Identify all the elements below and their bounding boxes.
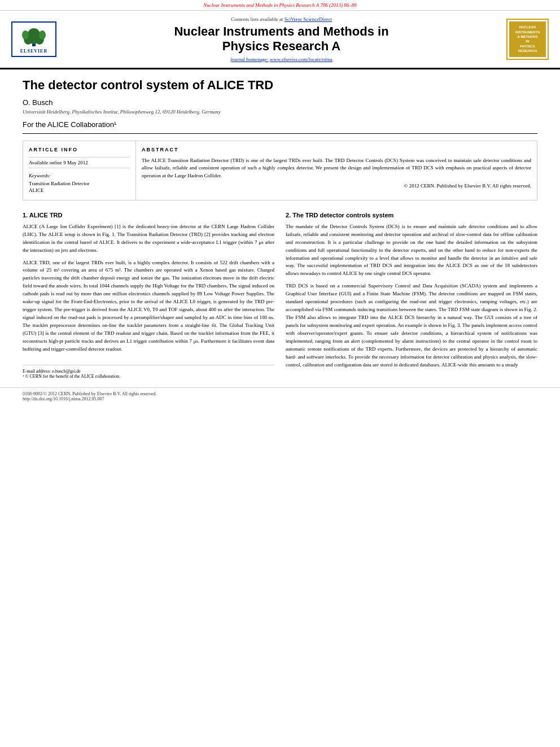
keywords-header: Keywords: (29, 173, 130, 178)
section1-para1: ALICE (A Large Ion Collider Experiment) … (23, 223, 274, 255)
footnote-2: ¹ © CERN for the benefit of the ALICE co… (23, 374, 274, 379)
section2-para1: The mandate of the Detector Controls Sys… (286, 223, 537, 278)
article-info-grid: ARTICLE INFO Available online 9 May 2012… (23, 141, 537, 200)
top-bar: Nuclear Instruments and Methods in Physi… (0, 0, 560, 11)
body-col-right: 2. The TRD detector controls system The … (286, 212, 537, 379)
page-footer: 0168-9002/© 2012 CERN. Published by Else… (0, 387, 560, 405)
journal-logo-text: NUCLEARINSTRUMENTS& METHODSINPHYSICSRESE… (509, 21, 546, 56)
section2-title: 2. The TRD detector controls system (286, 212, 537, 219)
copyright: © 2012 CERN. Published by Elsevier B.V. … (142, 183, 531, 189)
journal-header: ELSEVIER Contents lists available at Sci… (0, 11, 560, 69)
journal-url[interactable]: www.elsevier.com/locate/nima (270, 56, 333, 62)
top-bar-text: Nuclear Instruments and Methods in Physi… (203, 2, 356, 8)
journal-name: Nuclear Instruments and Methods in Physi… (62, 24, 501, 54)
article-info-panel: ARTICLE INFO Available online 9 May 2012… (23, 141, 136, 200)
journal-title-area: Contents lists available at SciVerse Sci… (62, 16, 501, 62)
footnote-1: E-mail address: o.busch@gsi.de (23, 369, 274, 374)
footer-doi: http://dx.doi.org/10.1016/j.nima.2012.05… (23, 396, 537, 401)
collaboration: For the ALICE Collaboration¹ (23, 120, 537, 134)
keyword-1: Transition Radiation Detector (29, 181, 130, 186)
contents-line: Contents lists available at SciVerse Sci… (62, 16, 501, 22)
svg-point-4 (22, 30, 29, 40)
author-name: O. Busch (23, 98, 537, 107)
body-columns: 1. ALICE TRD ALICE (A Large Ion Collider… (23, 212, 537, 379)
body-col-left: 1. ALICE TRD ALICE (A Large Ion Collider… (23, 212, 274, 379)
elsevier-brand-text: ELSEVIER (20, 49, 47, 54)
section1-para2: ALICE TRD, one of the largest TRDs ever … (23, 259, 274, 353)
abstract-text: The ALICE Transition Radiation Detector … (142, 157, 531, 180)
abstract-panel: ABSTRACT The ALICE Transition Radiation … (136, 141, 537, 200)
article-info-header: ARTICLE INFO (29, 147, 130, 152)
affiliation: Universität Heidelberg, Physikalisches I… (23, 109, 537, 115)
journal-logo-right: NUCLEARINSTRUMENTS& METHODSINPHYSICSRESE… (506, 19, 549, 59)
section2-para2: TRD DCS is based on a commercial Supervi… (286, 282, 537, 369)
elsevier-tree-graphic (17, 25, 51, 47)
journal-homepage: journal homepage: www.elsevier.com/locat… (62, 56, 501, 62)
elsevier-logo: ELSEVIER (11, 21, 56, 57)
available-date: Available online 9 May 2012 (29, 157, 130, 168)
article-container: The detector control system of ALICE TRD… (0, 69, 560, 387)
keyword-2: ALICE (29, 187, 130, 193)
svg-point-5 (39, 30, 46, 40)
sciverse-link[interactable]: SciVerse ScienceDirect (285, 16, 332, 22)
footnote-area: E-mail address: o.busch@gsi.de ¹ © CERN … (23, 365, 274, 379)
section1-title: 1. ALICE TRD (23, 212, 274, 219)
article-title: The detector control system of ALICE TRD (23, 78, 537, 93)
footer-issn: 0168-9002/© 2012 CERN. Published by Else… (23, 391, 537, 396)
abstract-header: ABSTRACT (142, 147, 531, 152)
